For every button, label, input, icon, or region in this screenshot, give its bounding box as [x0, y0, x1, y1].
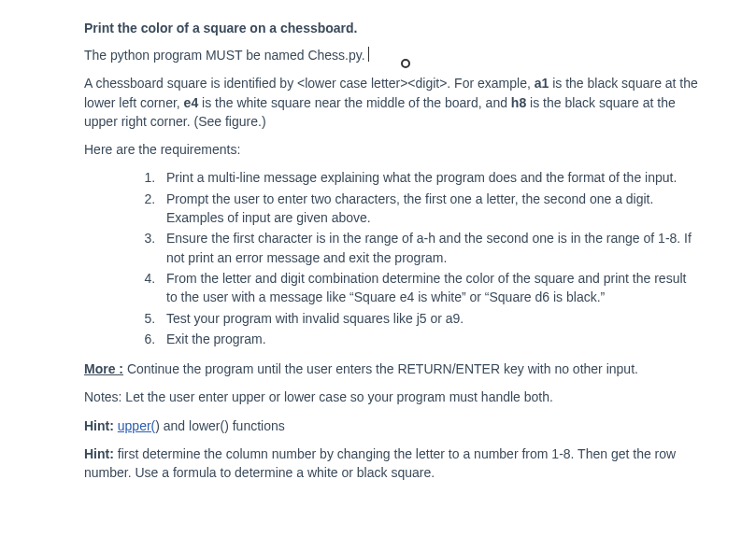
page-title: Print the color of a square on a chessbo…: [84, 21, 700, 35]
more-label: More :: [84, 361, 123, 376]
more-text: Continue the program until the user ente…: [123, 361, 638, 376]
more-paragraph: More : Continue the program until the us…: [84, 360, 700, 378]
hint-label: Hint:: [84, 418, 114, 433]
list-item: Exit the program.: [159, 330, 700, 348]
intro-reqs: Here are the requirements:: [84, 140, 700, 159]
hint-label: Hint:: [84, 446, 114, 461]
list-item: From the letter and digit combination de…: [159, 269, 700, 307]
intro-naming-text: The python program MUST be named Chess.p…: [84, 46, 365, 64]
document-page: Print the color of a square on a chessbo…: [0, 0, 756, 550]
search-icon: [398, 56, 411, 69]
list-item: Print a multi-line message explaining wh…: [159, 168, 700, 187]
hint1-rest: ) and lower() functions: [155, 418, 285, 433]
intro-naming: The python program MUST be named Chess.p…: [84, 45, 700, 64]
hint2-text: first determine the column number by cha…: [84, 446, 676, 480]
hint1-paragraph: Hint: upper() and lower() functions: [84, 416, 700, 435]
text-seg: A chessboard square is identified by <lo…: [84, 76, 535, 91]
hint2-paragraph: Hint: first determine the column number …: [84, 444, 700, 483]
list-item: Test your program with invalid squares l…: [159, 309, 700, 328]
text-seg: is the white square near the middle of t…: [198, 95, 511, 110]
square-e4: e4: [184, 95, 199, 110]
intro-ident: A chessboard square is identified by <lo…: [84, 74, 700, 131]
notes-paragraph: Notes: Let the user enter upper or lower…: [84, 388, 700, 406]
text-caret: [368, 47, 369, 62]
list-item: Prompt the user to enter two characters,…: [159, 190, 700, 228]
list-item: Ensure the first character is in the ran…: [159, 229, 700, 267]
square-a1: a1: [535, 76, 549, 91]
upper-link[interactable]: upper(: [118, 418, 155, 433]
requirements-list: Print a multi-line message explaining wh…: [84, 168, 700, 348]
square-h8: h8: [511, 95, 526, 110]
